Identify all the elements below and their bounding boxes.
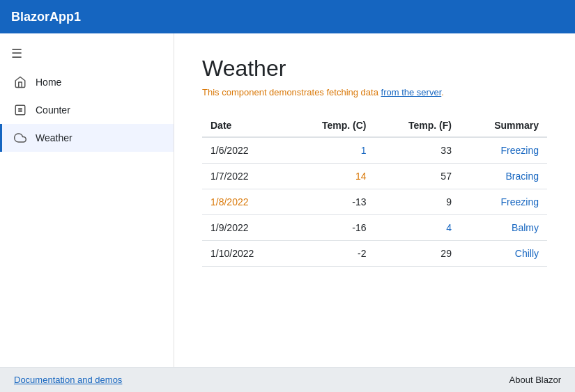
cell-tempf: 4	[375, 215, 460, 241]
cell-tempc: -13	[288, 189, 375, 215]
table-row: 1/9/2022 -16 4 Balmy	[202, 215, 547, 241]
sidebar-item-weather[interactable]: Weather	[0, 124, 174, 152]
sidebar-item-weather-label: Weather	[36, 132, 72, 143]
hamburger-menu-button[interactable]: ☰	[0, 39, 174, 68]
table-row: 1/7/2022 14 57 Bracing	[202, 164, 547, 189]
sidebar-item-counter[interactable]: Counter	[0, 96, 174, 124]
page-title: Weather	[202, 56, 547, 81]
cell-tempc: -16	[288, 215, 375, 241]
cell-tempf: 9	[375, 189, 460, 215]
subtitle-text-pre: This component demonstrates fetching dat…	[202, 87, 381, 97]
app-title: BlazorApp1	[11, 10, 81, 24]
sidebar-item-home-label: Home	[36, 77, 61, 88]
cell-tempf: 29	[375, 241, 460, 267]
sidebar-item-counter-label: Counter	[36, 104, 70, 116]
cell-summary: Freezing	[460, 189, 547, 215]
col-header-summary: Summary	[460, 114, 547, 137]
col-header-date: Date	[202, 114, 288, 137]
subtitle-text-post: .	[441, 87, 444, 97]
weather-table: Date Temp. (C) Temp. (F) Summary 1/6/202…	[202, 114, 547, 267]
sidebar: ☰ Home Counter	[0, 33, 174, 367]
table-row: 1/6/2022 1 33 Freezing	[202, 137, 547, 164]
col-header-tempc: Temp. (C)	[288, 114, 375, 137]
cell-date: 1/10/2022	[202, 241, 288, 267]
cell-summary: Freezing	[460, 137, 547, 164]
home-icon	[13, 75, 27, 89]
cell-summary: Bracing	[460, 164, 547, 189]
col-header-tempf: Temp. (F)	[375, 114, 460, 137]
sidebar-item-home[interactable]: Home	[0, 68, 174, 96]
cell-summary: Balmy	[460, 215, 547, 241]
table-row: 1/8/2022 -13 9 Freezing	[202, 189, 547, 215]
counter-icon	[13, 103, 27, 117]
cell-date: 1/7/2022	[202, 164, 288, 189]
cell-date: 1/6/2022	[202, 137, 288, 164]
weather-icon	[13, 131, 27, 145]
cell-date: 1/9/2022	[202, 215, 288, 241]
footer-about: About Blazor	[509, 375, 561, 385]
cell-summary: Chilly	[460, 241, 547, 267]
main-content: Weather This component demonstrates fetc…	[174, 33, 575, 367]
table-row: 1/10/2022 -2 29 Chilly	[202, 241, 547, 267]
cell-tempc: -2	[288, 241, 375, 267]
footer: Documentation and demos About Blazor	[0, 367, 575, 392]
cell-date: 1/8/2022	[202, 189, 288, 215]
cell-tempf: 57	[375, 164, 460, 189]
hamburger-icon: ☰	[11, 47, 22, 61]
cell-tempc: 14	[288, 164, 375, 189]
topbar: BlazorApp1	[0, 0, 575, 33]
cell-tempc: 1	[288, 137, 375, 164]
footer-docs-link[interactable]: Documentation and demos	[14, 375, 122, 385]
main-layout: ☰ Home Counter	[0, 33, 575, 367]
page-subtitle: This component demonstrates fetching dat…	[202, 87, 547, 97]
cell-tempf: 33	[375, 137, 460, 164]
subtitle-link[interactable]: from the server	[381, 87, 442, 97]
